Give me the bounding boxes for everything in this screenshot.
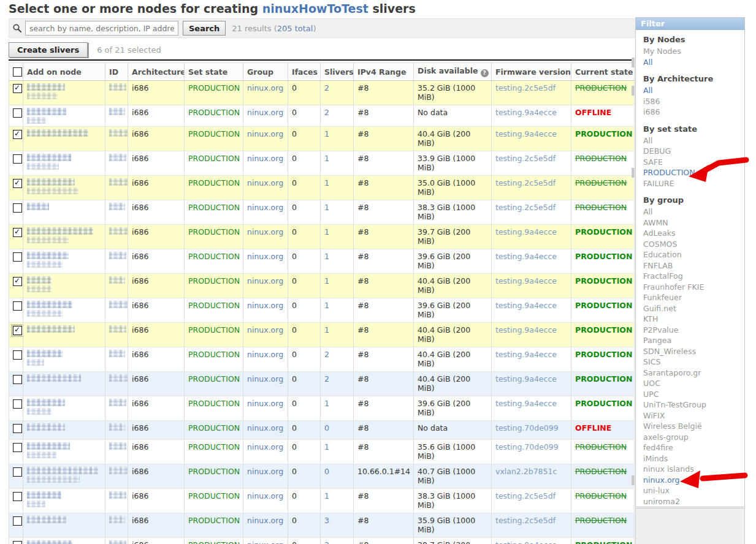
- slivers-link[interactable]: 1: [324, 154, 329, 163]
- firmware-link[interactable]: testing.70de099: [495, 442, 559, 451]
- filter-item-all[interactable]: All: [643, 206, 744, 217]
- group-link[interactable]: ninux.org: [247, 442, 283, 451]
- slivers-link[interactable]: 1: [324, 227, 329, 236]
- redacted-node-name[interactable]: [27, 467, 98, 474]
- row-checkbox[interactable]: [13, 399, 22, 409]
- row-checkbox[interactable]: [13, 179, 22, 188]
- firmware-link[interactable]: testing.9a4ecce: [495, 108, 557, 117]
- filter-item-production[interactable]: PRODUCTION: [643, 167, 744, 178]
- row-checkbox[interactable]: [13, 443, 22, 452]
- slivers-link[interactable]: 1: [324, 252, 329, 261]
- row-checkbox[interactable]: [13, 492, 22, 501]
- redacted-node-name[interactable]: [27, 154, 71, 161]
- select-all-checkbox[interactable]: [13, 67, 22, 77]
- group-link[interactable]: ninux.org: [247, 252, 283, 261]
- redacted-node-name[interactable]: [27, 442, 70, 450]
- filter-item-sics[interactable]: SICS: [643, 357, 744, 368]
- redacted-node-name[interactable]: [27, 108, 66, 115]
- filter-item-all[interactable]: All: [643, 85, 744, 96]
- row-checkbox[interactable]: [13, 277, 22, 286]
- total-results-link[interactable]: 205 total: [277, 24, 313, 33]
- group-link[interactable]: ninux.org: [247, 491, 283, 501]
- create-slivers-button[interactable]: Create slivers: [9, 42, 88, 58]
- filter-item-fnflab[interactable]: FNFLAB: [643, 260, 744, 271]
- slivers-link[interactable]: 2: [324, 83, 329, 93]
- firmware-link[interactable]: testing.2c5e5df: [495, 203, 556, 212]
- row-checkbox[interactable]: [13, 467, 22, 477]
- row-checkbox[interactable]: [13, 108, 22, 118]
- slivers-link[interactable]: 2: [324, 350, 329, 359]
- redacted-node-name[interactable]: [27, 399, 65, 406]
- redacted-node-name[interactable]: [27, 350, 63, 357]
- redacted-node-name[interactable]: [27, 203, 49, 210]
- slivers-link[interactable]: 2: [324, 374, 329, 383]
- firmware-link[interactable]: testing.9a4ecce: [495, 227, 557, 236]
- row-checkbox[interactable]: [13, 424, 22, 433]
- filter-item-sdn-wireless[interactable]: SDN_Wireless: [643, 346, 744, 357]
- firmware-link[interactable]: testing.70de099: [495, 423, 559, 433]
- slivers-link[interactable]: 1: [324, 301, 329, 310]
- group-link[interactable]: ninux.org: [247, 540, 283, 544]
- slivers-link[interactable]: 2: [324, 540, 329, 544]
- slivers-link[interactable]: 1: [324, 442, 329, 451]
- filter-item-awmn[interactable]: AWMN: [643, 217, 744, 229]
- filter-item-failure[interactable]: FAILURE: [643, 178, 744, 189]
- firmware-link[interactable]: testing.2c5e5df: [495, 83, 556, 93]
- group-link[interactable]: ninux.org: [247, 301, 283, 310]
- row-checkbox[interactable]: [13, 130, 22, 139]
- slivers-link[interactable]: 1: [324, 325, 329, 334]
- group-link[interactable]: ninux.org: [247, 516, 283, 525]
- slivers-link[interactable]: 2: [324, 108, 329, 117]
- filter-item-axels-group[interactable]: axels-group: [643, 432, 744, 443]
- slivers-link[interactable]: 1: [324, 178, 329, 187]
- filter-item-wifix[interactable]: WiFIX: [643, 410, 744, 421]
- firmware-link[interactable]: testing.9a4ecce: [495, 301, 557, 310]
- group-link[interactable]: ninux.org: [247, 423, 283, 433]
- filter-item-i686[interactable]: i686: [643, 107, 744, 118]
- filter-item-iminds[interactable]: iMinds: [643, 453, 744, 464]
- firmware-link[interactable]: testing.9a4ecce: [495, 129, 557, 138]
- group-link[interactable]: ninux.org: [247, 467, 283, 476]
- redacted-node-name[interactable]: [27, 423, 65, 431]
- filter-item-uni-lux[interactable]: uni-lux: [643, 485, 744, 496]
- filter-item-my-nodes[interactable]: My Nodes: [643, 46, 744, 57]
- slivers-link[interactable]: 1: [324, 129, 329, 138]
- slivers-link[interactable]: 1: [324, 276, 329, 285]
- search-input[interactable]: [25, 21, 178, 36]
- firmware-link[interactable]: testing.9a4ecce: [495, 540, 557, 544]
- redacted-node-name[interactable]: [27, 83, 65, 91]
- filter-item-uniroma2[interactable]: uniroma2: [643, 496, 744, 507]
- filter-item-i586[interactable]: i586: [643, 96, 744, 107]
- firmware-link[interactable]: testing.2c5e5df: [495, 491, 556, 501]
- disk-help-icon[interactable]: ?: [481, 69, 489, 77]
- group-link[interactable]: ninux.org: [247, 203, 283, 212]
- redacted-node-name[interactable]: [27, 276, 52, 284]
- group-link[interactable]: ninux.org: [247, 276, 283, 285]
- group-link[interactable]: ninux.org: [247, 350, 283, 359]
- filter-item-pangea[interactable]: Pangea: [643, 335, 744, 346]
- filter-item-sarantaporo-gr[interactable]: Sarantaporo.gr: [643, 368, 744, 379]
- filter-item-ninux-org[interactable]: ninux.org: [643, 475, 744, 486]
- group-link[interactable]: ninux.org: [247, 399, 283, 408]
- group-link[interactable]: ninux.org: [247, 227, 283, 236]
- filter-item-upc[interactable]: UPC: [643, 389, 744, 400]
- row-checkbox[interactable]: [13, 516, 22, 526]
- firmware-link[interactable]: testing.2c5e5df: [495, 516, 556, 525]
- row-checkbox[interactable]: [13, 326, 22, 335]
- redacted-node-name[interactable]: [27, 374, 81, 382]
- redacted-node-name[interactable]: [27, 252, 69, 259]
- redacted-node-name[interactable]: [27, 325, 75, 333]
- filter-item-wireless-belgi-[interactable]: Wireless België: [643, 421, 744, 432]
- filter-item-education[interactable]: Education: [643, 249, 744, 260]
- firmware-link[interactable]: testing.9a4ecce: [495, 350, 557, 359]
- filter-item-funkfeuer[interactable]: Funkfeuer: [643, 292, 744, 303]
- slivers-link[interactable]: 0: [324, 467, 329, 476]
- filter-item-debug[interactable]: DEBUG: [643, 146, 744, 157]
- slivers-link[interactable]: 1: [324, 203, 329, 212]
- row-checkbox[interactable]: [13, 541, 22, 544]
- redacted-node-name[interactable]: [27, 516, 66, 523]
- group-link[interactable]: ninux.org: [247, 108, 283, 117]
- firmware-link[interactable]: testing.2c5e5df: [495, 154, 556, 163]
- firmware-link[interactable]: testing.9a4ecce: [495, 252, 557, 261]
- redacted-node-name[interactable]: [27, 178, 75, 186]
